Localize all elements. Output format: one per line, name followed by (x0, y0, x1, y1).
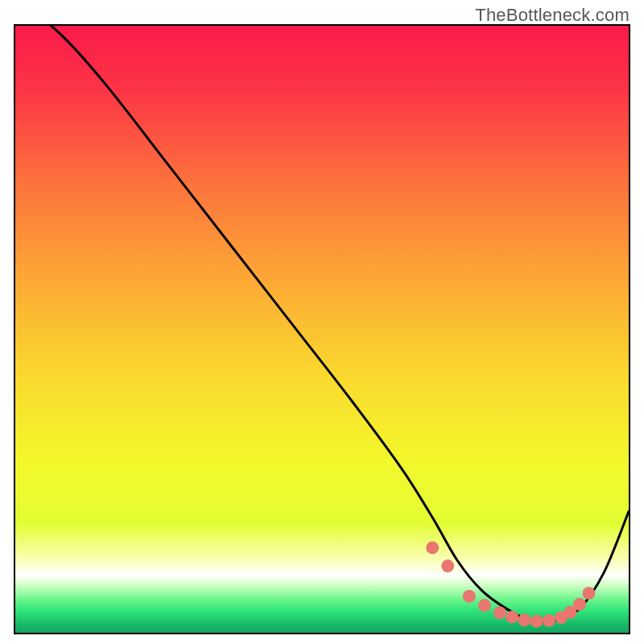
curve-marker (493, 606, 506, 619)
plot-area (14, 24, 630, 634)
curve-layer (15, 26, 629, 633)
curve-marker (583, 587, 596, 600)
marker-group (426, 542, 595, 628)
curve-marker (478, 599, 491, 612)
chart-container: TheBottleneck.com (0, 0, 644, 644)
curve-marker (543, 614, 555, 627)
curve-marker (573, 598, 586, 611)
curve-marker (441, 559, 454, 572)
curve-marker (463, 590, 476, 603)
curve-marker (426, 542, 439, 555)
bottleneck-curve (15, 26, 629, 622)
curve-marker (530, 615, 543, 628)
watermark-text: TheBottleneck.com (475, 5, 630, 26)
curve-marker (518, 613, 531, 626)
curve-marker (506, 610, 518, 623)
